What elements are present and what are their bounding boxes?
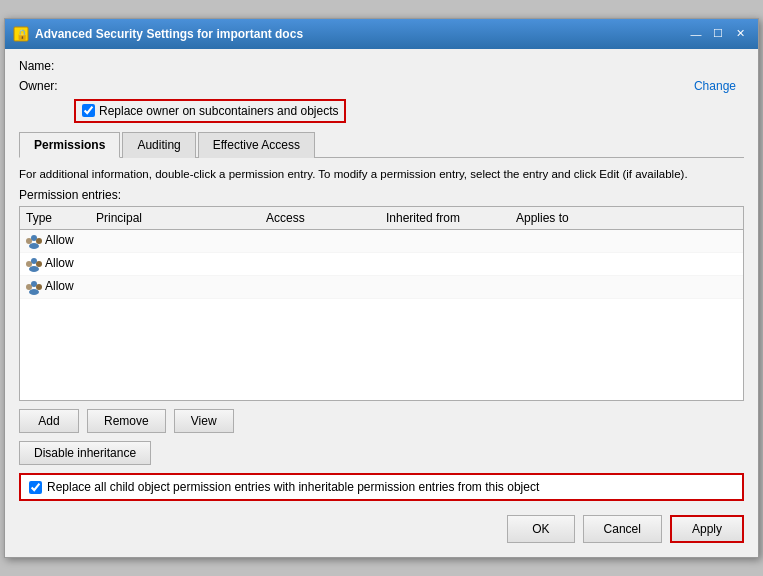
dialog-content: Name: Owner: Change Replace owner on sub… [5, 49, 758, 557]
table-body: Allow Allow [20, 230, 743, 299]
cell-principal [90, 230, 260, 253]
maximize-button[interactable]: ☐ [708, 25, 728, 43]
table-row[interactable]: Allow [20, 230, 743, 253]
table-row[interactable]: Allow [20, 276, 743, 299]
owner-row: Owner: Change [19, 79, 744, 93]
cell-applies [510, 253, 743, 276]
permission-table: Type Principal Access Inherited from App… [20, 207, 743, 299]
name-label: Name: [19, 59, 74, 73]
replace-child-checkbox[interactable] [29, 481, 42, 494]
cell-applies [510, 230, 743, 253]
col-header-applies: Applies to [510, 207, 743, 230]
cell-principal [90, 276, 260, 299]
user-icon [26, 256, 42, 272]
cell-principal [90, 253, 260, 276]
svg-point-5 [26, 238, 32, 244]
minimize-button[interactable]: — [686, 25, 706, 43]
tab-bar: Permissions Auditing Effective Access [19, 131, 744, 158]
permission-entries-label: Permission entries: [19, 188, 744, 202]
tab-effective-access[interactable]: Effective Access [198, 132, 315, 158]
svg-point-7 [29, 266, 39, 272]
replace-owner-row: Replace owner on subcontainers and objec… [74, 99, 744, 123]
cell-inherited [380, 253, 510, 276]
info-text: For additional information, double-click… [19, 166, 744, 182]
replace-owner-outline: Replace owner on subcontainers and objec… [74, 99, 346, 123]
add-button[interactable]: Add [19, 409, 79, 433]
replace-child-row: Replace all child object permission entr… [19, 473, 744, 501]
replace-owner-label: Replace owner on subcontainers and objec… [99, 104, 338, 118]
bottom-buttons: OK Cancel Apply [19, 509, 744, 547]
svg-point-12 [36, 284, 42, 290]
user-icon [26, 279, 42, 295]
apply-button[interactable]: Apply [670, 515, 744, 543]
cell-type: Allow [20, 276, 90, 299]
title-bar: 🔒 Advanced Security Settings for importa… [5, 19, 758, 49]
table-header: Type Principal Access Inherited from App… [20, 207, 743, 230]
header-row: Type Principal Access Inherited from App… [20, 207, 743, 230]
window-title: Advanced Security Settings for important… [35, 27, 303, 41]
tab-auditing[interactable]: Auditing [122, 132, 195, 158]
cancel-button[interactable]: Cancel [583, 515, 662, 543]
col-header-access: Access [260, 207, 380, 230]
replace-owner-checkbox[interactable] [82, 104, 95, 117]
cell-access [260, 253, 380, 276]
cell-access [260, 230, 380, 253]
svg-point-11 [29, 289, 39, 295]
cell-applies [510, 276, 743, 299]
svg-point-3 [29, 243, 39, 249]
svg-point-2 [31, 235, 37, 241]
remove-button[interactable]: Remove [87, 409, 166, 433]
window-icon: 🔒 [13, 26, 29, 42]
svg-point-6 [31, 258, 37, 264]
cell-access [260, 276, 380, 299]
action-buttons-row: Add Remove View [19, 409, 744, 433]
owner-label: Owner: [19, 79, 74, 93]
svg-text:🔒: 🔒 [16, 28, 29, 41]
main-window: 🔒 Advanced Security Settings for importa… [4, 18, 759, 558]
svg-point-4 [36, 238, 42, 244]
cell-type: Allow [20, 253, 90, 276]
change-link[interactable]: Change [694, 79, 736, 93]
user-icon [26, 233, 42, 249]
name-row: Name: [19, 59, 744, 73]
cell-inherited [380, 276, 510, 299]
svg-point-8 [36, 261, 42, 267]
replace-child-label: Replace all child object permission entr… [47, 480, 539, 494]
view-button[interactable]: View [174, 409, 234, 433]
title-bar-controls: — ☐ ✕ [686, 25, 750, 43]
title-bar-left: 🔒 Advanced Security Settings for importa… [13, 26, 303, 42]
col-header-inherited: Inherited from [380, 207, 510, 230]
disable-inheritance-button[interactable]: Disable inheritance [19, 441, 151, 465]
disable-inheritance-row: Disable inheritance [19, 441, 744, 465]
svg-point-10 [31, 281, 37, 287]
permission-table-wrapper: Type Principal Access Inherited from App… [19, 206, 744, 401]
close-button[interactable]: ✕ [730, 25, 750, 43]
col-header-principal: Principal [90, 207, 260, 230]
ok-button[interactable]: OK [507, 515, 574, 543]
cell-type: Allow [20, 230, 90, 253]
tab-permissions[interactable]: Permissions [19, 132, 120, 158]
svg-point-13 [26, 284, 32, 290]
svg-point-9 [26, 261, 32, 267]
cell-inherited [380, 230, 510, 253]
table-row[interactable]: Allow [20, 253, 743, 276]
col-header-type: Type [20, 207, 90, 230]
